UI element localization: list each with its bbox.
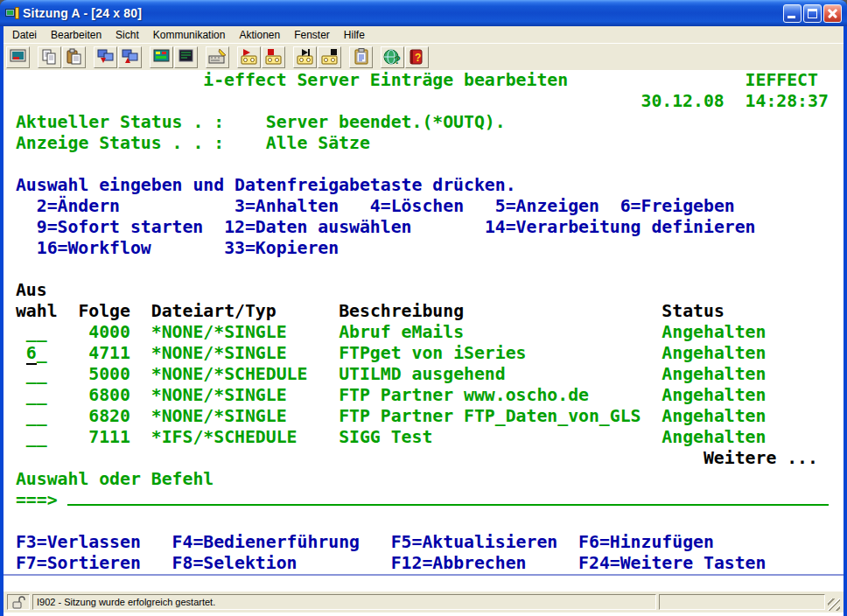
send-file-button[interactable] bbox=[94, 46, 117, 68]
toolbar-group bbox=[6, 46, 31, 68]
terminal-text: Auswahl eingeben und Datenfreigabetaste … bbox=[16, 175, 516, 195]
terminal-text: Status bbox=[662, 301, 724, 321]
terminal-row bbox=[5, 511, 844, 532]
terminal-text: Auswahl oder Befehl bbox=[16, 469, 214, 489]
step-macro-button[interactable] bbox=[293, 46, 317, 68]
receive-file-button[interactable] bbox=[118, 46, 142, 68]
menu-item-hilfe[interactable]: Hilfe bbox=[337, 27, 372, 43]
selection-field[interactable]: __ bbox=[26, 385, 47, 405]
minimize-button[interactable] bbox=[783, 4, 802, 23]
terminal-text: FTPget von iSeries bbox=[339, 343, 526, 363]
terminal-text: i-effect Server Einträge bearbeiten bbox=[203, 70, 568, 90]
terminal-text: 5000 bbox=[88, 364, 130, 384]
close-button[interactable] bbox=[823, 4, 842, 23]
toolbar-group bbox=[237, 46, 286, 68]
toolbar-group: ?? bbox=[381, 46, 430, 68]
terminal-text: 12=Daten auswählen bbox=[224, 217, 411, 237]
titlebar[interactable]: Sitzung A - [24 x 80] bbox=[0, 0, 847, 26]
receive-file-icon bbox=[121, 48, 140, 66]
help-book-icon: ? bbox=[408, 48, 427, 66]
terminal-row: __ 4000 *NONE/*SINGLE Abruf eMails Angeh… bbox=[5, 322, 844, 343]
play-macro-button[interactable] bbox=[237, 46, 261, 68]
menu-item-fenster[interactable]: Fenster bbox=[287, 27, 337, 43]
terminal-text: F12=Abbrechen bbox=[391, 553, 527, 573]
stop-macro-icon bbox=[264, 48, 284, 66]
paste-button[interactable] bbox=[62, 46, 86, 68]
terminal-text: Beschreibung bbox=[339, 301, 464, 321]
terminal-text: 7111 bbox=[88, 427, 130, 447]
command-input[interactable] bbox=[67, 491, 828, 506]
terminal-text: F24=Weitere Tasten bbox=[578, 553, 766, 573]
terminal-row: Anzeige Status . . : Alle Sätze bbox=[5, 133, 844, 154]
keyboard-setup-button[interactable] bbox=[206, 46, 229, 68]
terminal-row: F3=Verlassen F4=Bedienerführung F5=Aktua… bbox=[5, 532, 844, 553]
clipboard-button[interactable] bbox=[349, 46, 373, 68]
terminal-text: 6820 bbox=[88, 406, 130, 426]
terminal-text: Dateiart/Typ bbox=[151, 301, 276, 321]
help-book-button[interactable]: ? bbox=[405, 46, 429, 68]
toolbar-group bbox=[94, 46, 143, 68]
terminal-text: *NONE/*SINGLE bbox=[151, 385, 287, 405]
selection-field[interactable]: __ bbox=[26, 427, 47, 447]
terminal-row: __ 6820 *NONE/*SINGLE FTP Partner FTP_Da… bbox=[5, 406, 844, 427]
terminal-text: F3=Verlassen bbox=[16, 532, 141, 552]
display-settings-button[interactable] bbox=[150, 46, 173, 68]
terminal-text: Aus bbox=[16, 280, 47, 300]
terminal-text: Weitere ... bbox=[704, 448, 818, 468]
terminal-text: *IFS/*SCHEDULE bbox=[151, 427, 298, 447]
clipboard-icon bbox=[352, 48, 371, 66]
terminal-row: __ 7111 *IFS/*SCHEDULE SIGG Test Angehal… bbox=[5, 427, 844, 448]
menu-item-bearbeiten[interactable]: Bearbeiten bbox=[44, 27, 108, 43]
record-macro-button[interactable] bbox=[318, 46, 341, 68]
menu-item-sicht[interactable]: Sicht bbox=[108, 27, 146, 43]
terminal-text: SIGG Test bbox=[339, 427, 432, 447]
record-macro-icon bbox=[320, 48, 340, 66]
terminal-text: Server beendet.(*OUTQ). bbox=[266, 112, 506, 132]
terminal-screen[interactable]: i-effect Server Einträge bearbeiten IEFF… bbox=[4, 70, 844, 574]
terminal-text: Abruf eMails bbox=[339, 322, 464, 342]
terminal-text: Angehalten bbox=[662, 427, 766, 447]
maximize-icon bbox=[808, 9, 817, 18]
terminal-text: Angehalten bbox=[662, 322, 766, 342]
terminal-text: 6800 bbox=[88, 385, 130, 405]
selection-field[interactable]: 6_ bbox=[26, 343, 47, 363]
www-help-button[interactable]: ? bbox=[381, 46, 404, 68]
status-message: I902 - Sitzung wurde erfolgreich gestart… bbox=[32, 594, 656, 610]
terminal-text: *NONE/*SINGLE bbox=[151, 406, 287, 426]
selection-field[interactable]: __ bbox=[26, 364, 47, 384]
toolbar-group bbox=[206, 46, 230, 68]
selection-field[interactable]: __ bbox=[26, 322, 47, 342]
menu-item-aktionen[interactable]: Aktionen bbox=[232, 27, 287, 43]
terminal-row: Aktueller Status . : Server beendet.(*OU… bbox=[5, 112, 844, 133]
terminal-text: 5=Anzeigen bbox=[495, 196, 599, 216]
stop-macro-button[interactable] bbox=[262, 46, 285, 68]
terminal-text: F7=Sortieren bbox=[16, 553, 141, 573]
status-bar: I902 - Sitzung wurde erfolgreich gestart… bbox=[4, 592, 844, 612]
resize-grip[interactable] bbox=[828, 598, 840, 611]
paste-icon bbox=[65, 48, 84, 66]
terminal-text: 16=Workflow bbox=[37, 238, 151, 258]
keyboard-setup-icon bbox=[208, 48, 228, 66]
terminal-row: ===> bbox=[5, 490, 844, 511]
print-screen-button[interactable] bbox=[6, 46, 30, 68]
terminal-text: UTILMD ausgehend bbox=[339, 364, 506, 384]
terminal-text: Anzeige Status . . : bbox=[16, 133, 224, 153]
menu-item-datei[interactable]: Datei bbox=[5, 27, 44, 43]
terminal-bottom-gap bbox=[4, 576, 844, 592]
terminal-row: 6_ 4711 *NONE/*SINGLE FTPget von iSeries… bbox=[5, 343, 844, 364]
terminal-text: 14=Verarbeitung definieren bbox=[485, 217, 756, 237]
svg-text:?: ? bbox=[415, 52, 421, 64]
maximize-button[interactable] bbox=[803, 4, 822, 23]
terminal-row: Weitere ... bbox=[5, 448, 844, 469]
terminal-text: 3=Anhalten bbox=[234, 196, 339, 216]
session-screen-button[interactable] bbox=[174, 46, 198, 68]
play-macro-icon bbox=[240, 48, 259, 66]
selection-field[interactable]: __ bbox=[26, 406, 47, 426]
terminal-area: i-effect Server Einträge bearbeiten IEFF… bbox=[4, 70, 844, 616]
terminal-row: Auswahl eingeben und Datenfreigabetaste … bbox=[5, 175, 844, 196]
menu-item-kommunikation[interactable]: Kommunikation bbox=[146, 27, 233, 43]
terminal-text: *NONE/*SINGLE bbox=[151, 322, 287, 342]
terminal-text: 4000 bbox=[88, 322, 130, 342]
copy-button[interactable] bbox=[38, 46, 61, 68]
terminal-text: Aktueller Status . : bbox=[16, 112, 224, 132]
